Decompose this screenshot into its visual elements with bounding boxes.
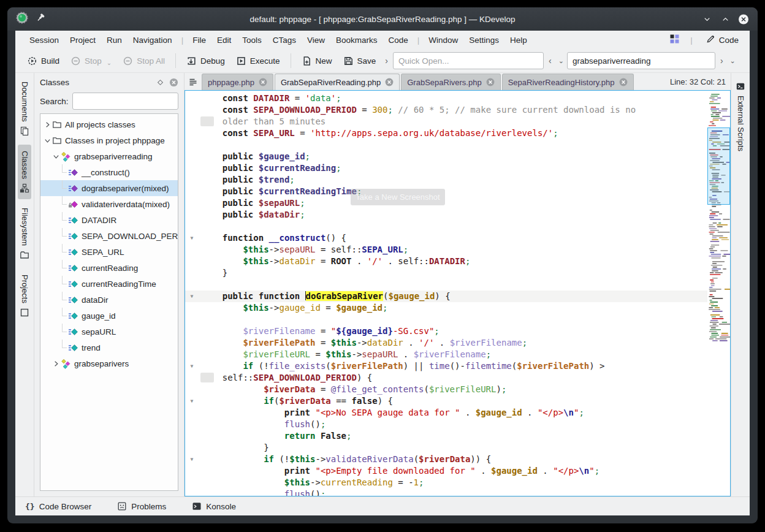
code-line-26[interactable]: $riverData = @file_get_contents($riverFi… — [185, 384, 707, 395]
code-line-10[interactable]: public $sepaURL; — [185, 197, 707, 209]
document-list-icon[interactable] — [186, 77, 202, 90]
code-line-27[interactable]: ▼ if($riverData == false) { — [185, 395, 707, 407]
tree-item-grabsepariverreading[interactable]: grabsepariverreading — [40, 148, 178, 164]
tab-close-icon[interactable] — [486, 78, 495, 86]
code-line-24[interactable]: ▼ if (!file_exists($riverFilePath) || ti… — [185, 360, 707, 372]
editor-tab-grabseparivers-php[interactable]: GrabSepaRivers.php — [401, 74, 500, 90]
search-forward-icon[interactable]: › — [717, 56, 727, 66]
code-line-30[interactable]: return False; — [185, 430, 707, 442]
code-line-35[interactable]: flush(); — [185, 488, 707, 496]
tree-item-classes-in-project-phppage[interactable]: Classes in project phppage — [40, 132, 178, 148]
minimize-button[interactable] — [701, 13, 712, 25]
save-button[interactable]: Save — [338, 53, 382, 69]
code-line-5[interactable] — [185, 139, 707, 151]
fold-marker-icon[interactable]: ▼ — [185, 232, 199, 244]
code-line-1[interactable]: const DATADIR = 'data'; — [185, 93, 707, 104]
close-button[interactable] — [738, 13, 749, 25]
menu-item-navigation[interactable]: Navigation — [128, 34, 178, 47]
new-button[interactable]: New — [296, 53, 338, 69]
code-line-29[interactable]: flush(); — [185, 419, 707, 430]
collapse-arrow-icon[interactable] — [43, 137, 52, 145]
code-line-13[interactable]: ▼ function __construct() { — [185, 232, 707, 244]
menu-item-run[interactable]: Run — [101, 34, 128, 47]
menu-item-edit[interactable]: Edit — [211, 34, 237, 47]
code-line-21[interactable]: $riverFilename = "${gauge_id}-SG.csv"; — [185, 325, 707, 337]
tree-item-datadir[interactable]: DATADIR — [40, 212, 178, 228]
toolbar-overflow-icon[interactable]: › — [381, 56, 392, 66]
tree-item-sepa-url[interactable]: SEPA_URL — [40, 244, 178, 260]
code-line-32[interactable]: ▼ if (!$this->validateRiverData($riverDa… — [185, 454, 707, 465]
code-line-15[interactable]: $this->dataDir = ROOT . '/' . self::DATA… — [185, 256, 707, 267]
toolbar-search-input[interactable] — [567, 52, 715, 69]
float-panel-icon[interactable] — [156, 78, 164, 86]
debug-button[interactable]: Debug — [181, 53, 230, 69]
code-line-33[interactable]: print "<p>Empty file downloaded for " . … — [185, 465, 707, 477]
code-line-9[interactable]: public $currentReadingTime; — [185, 186, 707, 197]
toolview-button-problems[interactable]: Problems — [117, 501, 166, 511]
code-line-20[interactable] — [185, 314, 707, 325]
tree-item-currentreadingtime[interactable]: currentReadingTime — [40, 276, 178, 292]
search-dropdown-icon[interactable]: ⌄ — [728, 57, 737, 65]
tab-close-icon[interactable] — [259, 78, 267, 86]
code-line-4[interactable]: const SEPA_URL = 'http://apps.sepa.org.u… — [185, 127, 707, 139]
code-line-3[interactable]: older than 5 minutes — [185, 116, 707, 127]
code-line-18[interactable]: ▼ public function doGrabSepaRiver($gauge… — [185, 291, 707, 302]
code-line-8[interactable]: public $trend; — [185, 174, 707, 186]
code-line-31[interactable]: } — [185, 442, 707, 454]
dock-tab-filesystem[interactable]: Filesystem — [18, 202, 31, 266]
code-line-25[interactable]: self::SEPA_DOWNLOAD_PERIOD) { — [185, 372, 707, 384]
menu-item-view[interactable]: View — [302, 34, 330, 47]
code-line-28[interactable]: print "<p>No SEPA gauge data for " . $ga… — [185, 407, 707, 419]
expand-arrow-icon[interactable] — [43, 121, 52, 129]
tree-item-grabseparivers[interactable]: grabseparivers — [40, 355, 178, 371]
code-editor[interactable]: const DATADIR = 'data'; const SEPA_DOWNL… — [185, 90, 731, 496]
tree-item-datadir[interactable]: dataDir — [40, 292, 178, 308]
code-line-16[interactable]: } — [185, 267, 707, 279]
menu-item-ctags[interactable]: CTags — [267, 34, 302, 47]
toolview-button-code-browser[interactable]: {}Code Browser — [25, 502, 91, 511]
menu-item-tools[interactable]: Tools — [237, 34, 267, 47]
code-line-11[interactable]: public $dataDir; — [185, 209, 707, 221]
code-line-14[interactable]: $this->sepaURL = self::SEPA_URL; — [185, 244, 707, 256]
tab-close-icon[interactable] — [385, 78, 394, 86]
stop-dropdown-icon[interactable]: ⌄ — [107, 59, 112, 66]
dock-tab-documents[interactable]: Documents — [18, 75, 31, 142]
close-panel-icon[interactable] — [169, 78, 178, 87]
minimap-scrollbar[interactable] — [707, 91, 730, 496]
code-line-6[interactable]: public $gauge_id; — [185, 151, 707, 162]
menu-item-session[interactable]: Session — [24, 34, 64, 47]
pin-icon[interactable] — [36, 13, 45, 25]
tree-item-validateriverdata-mixed[interactable]: validateriverdata(mixed) — [40, 196, 178, 212]
history-dropdown-icon[interactable]: ⌄ — [557, 57, 566, 65]
code-line-22[interactable]: $riverFilePath = $this->dataDir . '/' . … — [185, 337, 707, 349]
editor-tab-grabsepariverreading-php[interactable]: GrabSepaRiverReading.php — [275, 74, 400, 90]
build-button[interactable]: Build — [21, 53, 65, 69]
tree-item-trend[interactable]: trend — [40, 340, 178, 355]
code-mode-button[interactable]: Code — [704, 32, 741, 47]
menu-item-code[interactable]: Code — [383, 34, 414, 47]
dock-tab-projects[interactable]: Projects — [18, 268, 31, 324]
menu-item-help[interactable]: Help — [504, 34, 533, 47]
quick-open-input[interactable] — [393, 52, 544, 69]
code-line-19[interactable]: $this->gauge_id = $gauge_id; — [185, 302, 707, 314]
titlebar[interactable]: default: phppage - [ phppage:GrabSepaRiv… — [7, 7, 758, 31]
tree-item-dograbsepariver-mixed[interactable]: dograbsepariver(mixed) — [40, 180, 178, 196]
fold-marker-icon[interactable]: ▼ — [185, 454, 199, 465]
fold-marker-icon[interactable]: ▼ — [185, 395, 199, 407]
classes-search-input[interactable] — [72, 93, 178, 110]
toolview-button-konsole[interactable]: Konsole — [192, 501, 236, 511]
tree-item-sepaurl[interactable]: sepaURL — [40, 324, 178, 340]
tree-item-sepa-download-period[interactable]: SEPA_DOWNLOAD_PERIOD — [40, 228, 178, 244]
fold-marker-icon[interactable]: ▼ — [185, 291, 199, 302]
code-line-12[interactable] — [185, 221, 707, 232]
tree-item-all-projects-classes[interactable]: All projects classes — [40, 116, 178, 132]
execute-button[interactable]: Execute — [230, 53, 286, 69]
editor-tab-phppage-php[interactable]: phppage.php — [202, 74, 273, 90]
code-line-7[interactable]: public $currentReading; — [185, 162, 707, 174]
perspective-grid-icon[interactable] — [670, 34, 679, 45]
tree-item-construct[interactable]: __construct() — [40, 164, 178, 180]
editor-tab-separiverreadinghistory-php[interactable]: SepaRiverReadingHistory.php — [502, 74, 634, 90]
expand-arrow-icon[interactable] — [51, 360, 61, 368]
code-line-23[interactable]: $riverFileURL = $this->sepaURL . $riverF… — [185, 349, 707, 360]
code-line-17[interactable] — [185, 279, 707, 291]
